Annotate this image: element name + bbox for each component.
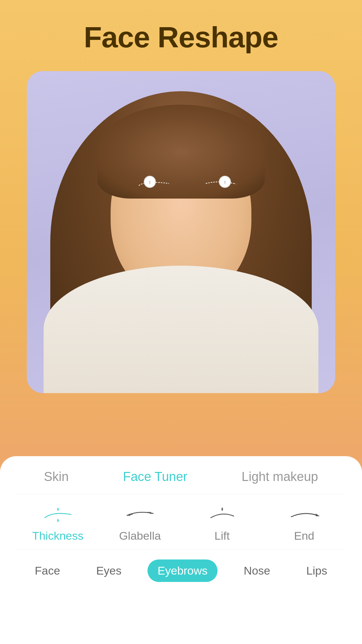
category-row: Face Eyes Eyebrows Nose Lips [17,549,345,582]
svg-marker-1 [57,507,59,509]
end-icon [288,504,321,525]
tool-thickness[interactable]: Thickness [24,504,92,542]
svg-marker-5 [149,512,153,514]
right-eyebrow-handle[interactable]: ↕ [219,176,231,188]
category-eyebrows[interactable]: Eyebrows [147,559,218,582]
left-eyebrow-handle[interactable]: ↕ [144,176,156,188]
tool-end[interactable]: End [271,504,338,542]
page-title: Face Reshape [84,20,278,54]
lift-label: Lift [215,529,230,542]
tool-glabella[interactable]: Glabella [107,504,174,542]
tab-light-makeup[interactable]: Light makeup [242,470,318,484]
category-lips[interactable]: Lips [296,559,337,582]
thickness-label: Thickness [32,529,83,542]
tool-row: Thickness Glabella [17,494,345,549]
tab-row: Skin Face Tuner Light makeup [17,470,345,494]
portrait-image: ↕ ↕ [27,71,335,393]
category-nose[interactable]: Nose [234,559,280,582]
svg-marker-9 [221,507,223,509]
tool-lift[interactable]: Lift [189,504,256,542]
right-eyebrow: ↕ [197,178,244,189]
end-label: End [294,529,314,542]
svg-marker-11 [316,514,320,516]
lift-icon [205,504,239,525]
left-eyebrow: ↕ [130,178,177,189]
svg-marker-3 [57,520,59,522]
tab-skin[interactable]: Skin [44,470,69,484]
thickness-icon [41,504,75,525]
eyebrow-overlay: ↕ ↕ [124,177,251,197]
tab-face-tuner[interactable]: Face Tuner [123,470,187,484]
glabella-icon [123,504,157,525]
category-eyes[interactable]: Eyes [86,559,132,582]
category-face[interactable]: Face [25,559,70,582]
photo-card: ↕ ↕ [27,71,335,393]
bottom-panel: Skin Face Tuner Light makeup Thickness [0,456,362,644]
glabella-label: Glabella [119,529,161,542]
